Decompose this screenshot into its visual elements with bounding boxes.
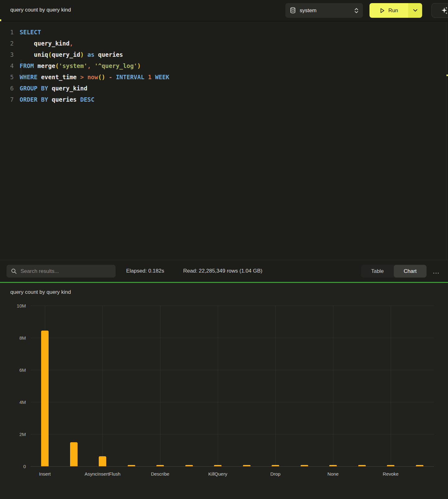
x-axis-tick-label: None — [327, 471, 339, 477]
line-number: 5 — [0, 71, 14, 83]
elapsed-stat: Elapsed: 0.182s — [126, 268, 164, 274]
run-button-label: Run — [388, 7, 398, 14]
gridline-vertical — [333, 306, 333, 466]
gridline-vertical — [391, 306, 391, 466]
editor-scrollbar-gutter[interactable] — [446, 22, 446, 260]
x-axis-tick-label: Describe — [151, 471, 169, 477]
line-number: 3 — [0, 49, 14, 60]
gridline-vertical — [102, 306, 103, 466]
code-line[interactable]: 3 uniq(query_id) as queries — [0, 49, 436, 60]
code-line[interactable]: 7ORDER BY queries DESC — [0, 94, 436, 105]
bar-category-10[interactable] — [301, 465, 308, 466]
bar-category-4[interactable] — [128, 465, 135, 466]
code-text: query_kind, — [14, 38, 73, 49]
run-split-button: Run — [369, 3, 422, 18]
bar-Describe[interactable] — [156, 465, 164, 466]
y-axis-tick-label: 6M — [7, 367, 26, 373]
more-options-button[interactable]: ... — [431, 266, 442, 277]
bar-category-6[interactable] — [185, 465, 193, 466]
code-lines: 1SELECT2 query_kind,3 uniq(query_id) as … — [0, 27, 436, 105]
scrollbar-highlight-marker — [446, 75, 448, 76]
bar-category-14[interactable] — [416, 465, 423, 466]
sparkle-icon — [441, 7, 448, 15]
run-button[interactable]: Run — [369, 3, 408, 18]
gridline-horizontal — [31, 402, 434, 402]
results-toolbar: Elapsed: 0.182s Read: 22,285,349 rows (1… — [0, 260, 448, 282]
code-text: GROUP BY query_kind — [14, 83, 87, 94]
x-axis-tick-label: Insert — [39, 471, 51, 477]
bar-AsyncInsertFlush[interactable] — [99, 456, 106, 466]
run-options-button[interactable] — [408, 3, 422, 18]
x-axis-tick-label: AsyncInsertFlush — [84, 471, 120, 477]
read-stat: Read: 22,285,349 rows (1.04 GB) — [183, 268, 262, 274]
code-text: FROM merge('system', '^query_log') — [14, 60, 141, 71]
gridline-horizontal — [31, 338, 434, 338]
code-text: WHERE event_time > now() - INTERVAL 1 WE… — [14, 71, 169, 83]
query-title: query count by query kind — [10, 7, 71, 13]
code-line[interactable]: 1SELECT — [0, 27, 436, 38]
x-axis-tick-label: Revoke — [383, 471, 399, 477]
editor-left-marker — [0, 19, 1, 21]
bar-category-2[interactable] — [70, 442, 78, 466]
gridline-horizontal — [31, 306, 434, 306]
bar-chart: 02M4M6M8M10MInsertAsyncInsertFlushDescri… — [0, 283, 448, 499]
code-line[interactable]: 5WHERE event_time > now() - INTERVAL 1 W… — [0, 71, 436, 83]
line-number: 7 — [0, 94, 14, 105]
bar-Revoke[interactable] — [387, 465, 394, 466]
x-axis-tick-label: KillQuery — [208, 471, 227, 477]
updown-chevron-icon — [354, 7, 359, 14]
bar-category-12[interactable] — [358, 465, 366, 466]
database-icon — [290, 7, 296, 14]
chart-panel: query count by query kind 02M4M6M8M10MIn… — [0, 283, 448, 499]
y-axis-tick-label: 2M — [7, 432, 26, 437]
top-toolbar: query count by query kind system Run — [0, 0, 448, 21]
search-box[interactable] — [7, 265, 116, 278]
ai-assist-button[interactable] — [431, 3, 448, 18]
gridline-vertical — [275, 306, 276, 466]
tab-chart[interactable]: Chart — [394, 265, 427, 278]
play-icon — [379, 8, 385, 13]
gridline-vertical — [218, 306, 218, 466]
y-axis-tick-label: 0 — [7, 464, 26, 469]
code-text: SELECT — [14, 27, 41, 38]
search-icon — [11, 268, 17, 274]
y-axis-tick-label: 10M — [7, 303, 26, 308]
y-axis-tick-label: 8M — [7, 335, 26, 341]
x-axis-line — [31, 466, 434, 467]
gridline-horizontal — [31, 370, 434, 370]
bar-Drop[interactable] — [272, 465, 279, 466]
database-selector[interactable]: system — [285, 3, 363, 18]
code-line[interactable]: 6GROUP BY query_kind — [0, 83, 436, 94]
bar-None[interactable] — [329, 465, 337, 466]
chevron-down-icon — [413, 9, 417, 12]
x-axis-tick-label: Drop — [270, 471, 281, 477]
line-number: 6 — [0, 83, 14, 94]
sql-editor[interactable]: 1SELECT2 query_kind,3 uniq(query_id) as … — [0, 22, 448, 260]
bar-category-8[interactable] — [243, 465, 250, 466]
code-text: ORDER BY queries DESC — [14, 94, 94, 105]
y-axis-tick-label: 4M — [7, 400, 26, 405]
line-number: 1 — [0, 27, 14, 38]
line-number: 2 — [0, 38, 14, 49]
bar-Insert[interactable] — [41, 331, 49, 466]
gridline-horizontal — [31, 434, 434, 434]
code-line[interactable]: 4FROM merge('system', '^query_log') — [0, 60, 436, 71]
tab-table[interactable]: Table — [361, 265, 394, 278]
gridline-vertical — [160, 306, 160, 466]
database-selector-value: system — [300, 7, 354, 14]
search-input[interactable] — [21, 268, 105, 274]
code-line[interactable]: 2 query_kind, — [0, 38, 436, 49]
code-text: uniq(query_id) as queries — [14, 49, 123, 60]
view-toggle: Table Chart — [361, 265, 427, 278]
line-number: 4 — [0, 60, 14, 71]
bar-KillQuery[interactable] — [214, 465, 222, 466]
